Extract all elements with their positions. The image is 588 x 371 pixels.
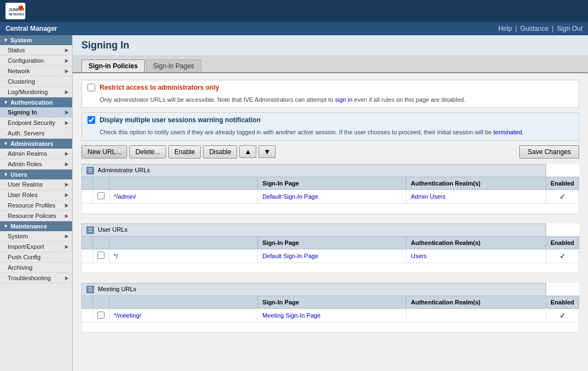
sidebar-item-push-config[interactable]: Push Config: [0, 252, 72, 263]
page-title-bar: Signing In: [73, 35, 588, 56]
meeting-row-url-cell: */meeting/: [109, 309, 258, 323]
toolbar: New URL... Delete... Enable Disable ▲ ▼ …: [81, 145, 579, 159]
top-header: JUNIPER NETWORKS: [0, 0, 588, 22]
admin-realms-chevron-icon: ▶: [65, 151, 69, 156]
user-urls-table: ☰ User URLs Sign-In Page Authentication …: [81, 223, 579, 273]
troubleshooting-chevron-icon: ▶: [65, 275, 69, 281]
system-maint-chevron-icon: ▶: [65, 233, 69, 239]
log-monitoring-chevron-icon: ▶: [65, 89, 69, 95]
sidebar-section-maintenance[interactable]: ▼ Maintenance: [0, 221, 72, 231]
meeting-signin-page-link[interactable]: Meeting Sign-In Page: [262, 312, 321, 319]
sidebar-item-system[interactable]: System ▶: [0, 231, 72, 242]
sidebar-section-administrators[interactable]: ▼ Administrators: [0, 139, 72, 149]
signout-link[interactable]: Sign Out: [557, 25, 582, 32]
sidebar-item-archiving[interactable]: Archiving: [0, 263, 72, 273]
sidebar-item-network[interactable]: Network ▶: [0, 66, 72, 77]
user-urls-icon: ☰: [86, 226, 94, 234]
status-chevron-icon: ▶: [65, 47, 69, 53]
configuration-chevron-icon: ▶: [65, 58, 69, 63]
admin-url-link[interactable]: */admin/: [114, 193, 136, 200]
users-realm-link[interactable]: Users: [411, 253, 427, 259]
troubleshooting-label: Troubleshooting: [8, 275, 51, 281]
sidebar-item-endpoint-security[interactable]: Endpoint Security ▶: [0, 118, 72, 128]
meeting-row-checkbox-cell: [93, 309, 109, 323]
sidebar-section-users[interactable]: ▼ Users: [0, 170, 72, 179]
user-url-link[interactable]: */: [114, 253, 118, 259]
sidebar-item-admin-realms[interactable]: Admin Realms ▶: [0, 149, 72, 159]
default-signin-page-link-user[interactable]: Default Sign-In Page: [262, 253, 318, 259]
user-row-checkbox[interactable]: [97, 252, 105, 259]
restrict-access-desc: Only administrator URLs will be accessib…: [82, 95, 579, 107]
enable-button[interactable]: Enable: [168, 145, 201, 159]
administrator-urls-table: ☰ Administrator URLs Sign-In Page Authen…: [81, 164, 579, 214]
log-monitoring-label: Log/Monitoring: [8, 89, 48, 95]
central-manager-label: Central Manager: [6, 25, 57, 32]
admin-urls-icon: ☰: [86, 167, 94, 174]
sidebar-item-configuration[interactable]: Configuration ▶: [0, 56, 72, 66]
meeting-col-signin: Sign-In Page: [258, 296, 406, 309]
meeting-row-checkbox[interactable]: [97, 312, 105, 319]
meeting-url-link[interactable]: */meeting/: [114, 312, 141, 319]
sidebar-item-troubleshooting[interactable]: Troubleshooting ▶: [0, 273, 72, 283]
disable-button[interactable]: Disable: [203, 145, 237, 159]
new-url-button[interactable]: New URL...: [81, 145, 127, 159]
system-section-label: System: [10, 37, 32, 43]
archiving-label: Archiving: [8, 264, 32, 271]
meeting-urls-title: Meeting URLs: [98, 286, 136, 292]
meeting-col-cb: [93, 296, 109, 309]
sidebar-item-user-roles[interactable]: User Roles ▶: [0, 190, 72, 200]
user-realms-chevron-icon: ▶: [65, 182, 69, 187]
sidebar-item-resource-policies[interactable]: Resource Policies ▶: [0, 211, 72, 221]
display-warning-header: Display multiple user sessions warning n…: [82, 113, 579, 127]
save-changes-button[interactable]: Save Changes: [519, 145, 579, 159]
display-warning-label[interactable]: Display multiple user sessions warning n…: [100, 116, 261, 124]
sidebar-section-system[interactable]: ▼ System: [0, 35, 72, 45]
guidance-link[interactable]: Guidance: [520, 25, 548, 32]
sidebar-item-signing-in[interactable]: Signing In ▶: [0, 107, 72, 118]
user-row-signin-page-cell: Default Sign-In Page: [258, 249, 406, 263]
sign-in-link[interactable]: sign in: [335, 96, 353, 103]
terminated-link[interactable]: terminated: [493, 129, 522, 135]
sidebar-section-authentication[interactable]: ▼ Authentication: [0, 97, 72, 107]
logo-area: JUNIPER NETWORKS: [6, 3, 25, 19]
help-link[interactable]: Help: [498, 25, 512, 32]
table-row-empty: [82, 263, 579, 272]
import-export-label: Import/Export: [8, 243, 44, 250]
restrict-access-label[interactable]: Restrict access to administrators only: [100, 84, 219, 91]
sidebar-item-auth-servers[interactable]: Auth. Servers: [0, 128, 72, 139]
sidebar-item-user-realms[interactable]: User Realms ▶: [0, 179, 72, 190]
user-urls-title: User URLs: [98, 226, 128, 233]
row-checkbox[interactable]: [97, 192, 105, 199]
admin-users-realm-link[interactable]: Admin Users: [411, 193, 446, 200]
move-up-button[interactable]: ▲: [239, 145, 256, 158]
meeting-row-enabled-cell: ✓: [546, 309, 579, 323]
sidebar-item-log-monitoring[interactable]: Log/Monitoring ▶: [0, 87, 72, 97]
system-maint-label: System: [8, 233, 28, 239]
default-signin-page-link-admin[interactable]: Default Sign-In Page: [262, 193, 318, 200]
display-warning-desc: Check this option to notify users if the…: [82, 127, 579, 140]
display-warning-checkbox[interactable]: [87, 116, 95, 124]
meeting-enabled-checkmark: ✓: [559, 311, 566, 320]
auth-servers-label: Auth. Servers: [8, 130, 45, 137]
row-auth-realm-cell: Admin Users: [406, 189, 546, 203]
maintenance-section-label: Maintenance: [10, 223, 47, 230]
sidebar-item-resource-profiles[interactable]: Resource Profiles ▶: [0, 200, 72, 211]
import-export-chevron-icon: ▶: [65, 244, 69, 249]
row-enabled-cell: ✓: [546, 189, 579, 203]
delete-button[interactable]: Delete...: [129, 145, 166, 159]
move-down-button[interactable]: ▼: [259, 145, 276, 158]
sidebar-item-import-export[interactable]: Import/Export ▶: [0, 242, 72, 252]
admin-roles-chevron-icon: ▶: [65, 161, 69, 167]
tab-sign-in-policies[interactable]: Sign-in Policies: [81, 59, 145, 72]
sidebar-item-clustering[interactable]: Clustering: [0, 77, 72, 87]
tab-sign-in-pages[interactable]: Sign-in Pages: [146, 59, 201, 72]
meeting-row-signin-page-cell: Meeting Sign-In Page: [258, 309, 406, 323]
restrict-access-checkbox[interactable]: [87, 84, 95, 91]
push-config-label: Push Config: [8, 254, 41, 260]
sidebar-item-admin-roles[interactable]: Admin Roles ▶: [0, 159, 72, 170]
configuration-label: Configuration: [8, 57, 43, 64]
sidebar-item-status[interactable]: Status ▶: [0, 45, 72, 56]
admin-urls-title: Administrator URLs: [97, 167, 150, 173]
admin-col-icon: [82, 177, 93, 189]
admin-col-signin: Sign-In Page: [258, 177, 406, 189]
